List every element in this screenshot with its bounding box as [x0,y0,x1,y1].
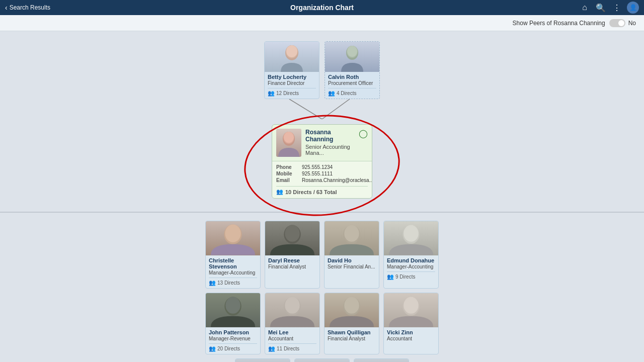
direct-reports-section: Christelle Stevenson Manager-Accounting … [205,221,439,362]
search-icon[interactable]: 🔍 [595,2,607,14]
card-rosanna-channing[interactable]: Rosanna Channing Senior Accounting Mana.… [272,124,372,199]
sub-card-info-mei: Mei Lee Accountant 👥 11 Directs [265,327,319,354]
svg-point-5 [347,46,357,57]
reports-row-1: Christelle Stevenson Manager-Accounting … [205,221,439,289]
card-john-patterson[interactable]: John Patterson Manager-Revenue 👥 20 Dire… [205,293,261,354]
card-partial-3[interactable] [354,358,409,362]
peers-toggle[interactable]: No [609,19,636,27]
card-mei-lee[interactable]: Mei Lee Accountant 👥 11 Directs [265,293,320,354]
sub-card-directs-christelle: 👥 13 Directs [209,278,257,286]
sub-card-info-john: John Patterson Manager-Revenue 👥 20 Dire… [206,327,260,354]
card-shawn-quilligan[interactable]: Shawn Quilligan Financial Analyst [324,293,379,354]
card-edmund-donahue[interactable]: Edmund Donahue Manager-Accounting 👥 9 Di… [383,221,439,289]
selected-directs: 👥 10 Directs / 63 Total [276,186,368,195]
directs-icon-edmund: 👥 [387,274,394,280]
directs-icon-mei: 👥 [268,345,275,352]
silhouette-david [325,221,379,255]
card-betty-locherty[interactable]: Betty Locherty Finance Director 👥 12 Dir… [264,41,319,99]
sub-card-directs-mei: 👥 11 Directs [268,343,316,352]
sub-card-name-daryl: Daryl Reese [268,257,316,263]
sub-card-directs-edmund: 👥 9 Directs [387,272,435,280]
person-silhouette-calvin [337,42,367,72]
directs-value-betty: 12 Directs [276,90,299,96]
toggle-switch[interactable] [609,19,625,27]
card-vicki-zinn[interactable]: Vicki Zinn Accountant [383,293,439,354]
sub-card-name-mei: Mei Lee [268,329,316,335]
directs-value-mei: 11 Directs [277,346,299,351]
directs-icon-john: 👥 [209,345,216,352]
back-button[interactable]: ‹ Search Results [5,4,50,12]
svg-point-24 [344,297,359,313]
header: ‹ Search Results Organization Chart ⌂ 🔍 … [0,0,644,15]
photo-rosanna-channing [276,129,301,157]
photo-david-ho [325,221,379,255]
silhouette-mei [265,293,319,327]
card-partial-1[interactable] [235,358,290,362]
toggle-value: No [628,20,636,27]
directs-value-christelle: 13 Directs [217,280,240,286]
sub-card-directs-john: 👥 20 Directs [209,343,257,352]
sub-card-title-vicki: Accountant [387,336,435,341]
email-value: Rosanna.Channing@oraclesa... [302,177,372,183]
sub-card-name-shawn: Shawn Quilligan [328,329,376,335]
sub-card-title-mei: Accountant [268,336,316,341]
home-icon[interactable]: ⌂ [579,2,591,14]
sub-card-info-daryl: Daryl Reese Financial Analyst [265,255,319,272]
svg-line-6 [289,99,322,119]
photo-partial-1 [235,359,290,362]
card-christelle-stevenson[interactable]: Christelle Stevenson Manager-Accounting … [205,221,261,289]
sub-card-name-vicki: Vicki Zinn [387,329,435,335]
reports-row-2: John Patterson Manager-Revenue 👥 20 Dire… [205,293,439,354]
card-david-ho[interactable]: David Ho Senior Financial An... [324,221,379,289]
sub-card-title-daryl: Financial Analyst [268,264,316,269]
card-name-calvin: Calvin Roth [328,74,376,80]
selected-card-wrapper: Rosanna Channing Senior Accounting Mana.… [272,124,372,199]
header-icons: ⌂ 🔍 ⋮ 👤 [579,2,639,14]
selected-name-title: Rosanna Channing Senior Accounting Mana.… [305,129,368,157]
connector-top [262,99,382,119]
card-title-calvin: Procurement Officer [328,80,376,86]
back-label: Search Results [10,4,50,11]
mobile-label: Mobile [276,171,299,176]
sub-card-name-john: John Patterson [209,329,257,335]
svg-point-14 [285,225,299,241]
reports-row-3 [235,358,409,362]
parent-row: Betty Locherty Finance Director 👥 12 Dir… [264,41,380,99]
selected-directs-icon: 👥 [276,189,283,195]
card-title-betty: Finance Director [268,80,316,86]
sub-card-title-john: Manager-Revenue [209,336,257,341]
directs-value-calvin: 4 Directs [337,90,356,96]
sub-card-info-edmund: Edmund Donahue Manager-Accounting 👥 9 Di… [384,255,438,282]
selected-check-icon: ◯ [359,129,368,138]
photo-daryl-reese [265,221,319,255]
card-info-calvin: Calvin Roth Procurement Officer 👥 4 Dire… [325,72,379,99]
person-silhouette-rosanna [276,129,301,157]
card-daryl-reese[interactable]: Daryl Reese Financial Analyst [265,221,320,289]
user-avatar-icon[interactable]: 👤 [627,2,639,14]
silhouette-john [206,293,260,327]
email-label: Email [276,177,299,183]
peers-bar: Show Peers of Rosanna Channing No [0,15,644,31]
more-icon[interactable]: ⋮ [611,2,623,14]
svg-point-16 [344,225,359,241]
back-arrow-icon: ‹ [5,4,8,12]
silhouette-daryl [265,221,319,255]
sub-card-title-edmund: Manager-Accounting [387,264,435,269]
selected-header: Rosanna Channing Senior Accounting Mana.… [272,125,372,161]
directs-icon-betty: 👥 [268,90,275,97]
page-title: Organization Chart [290,4,354,12]
svg-point-26 [404,297,418,313]
selected-directs-value: 10 Directs / 63 Total [285,189,337,195]
sub-card-name-edmund: Edmund Donahue [387,257,435,263]
card-partial-2[interactable] [294,358,350,362]
photo-christelle-stevenson [206,221,260,255]
sub-card-name-christelle: Christelle Stevenson [209,257,257,269]
directs-value-john: 20 Directs [217,346,240,351]
directs-icon-christelle: 👥 [209,280,216,286]
card-calvin-roth[interactable]: Calvin Roth Procurement Officer 👥 4 Dire… [325,41,380,99]
sub-card-info-david: David Ho Senior Financial An... [325,255,379,272]
sub-card-info-vicki: Vicki Zinn Accountant [384,327,438,343]
card-directs-betty: 👥 12 Directs [268,88,316,97]
silhouette-edmund [384,221,438,255]
photo-betty-locherty [265,42,319,72]
